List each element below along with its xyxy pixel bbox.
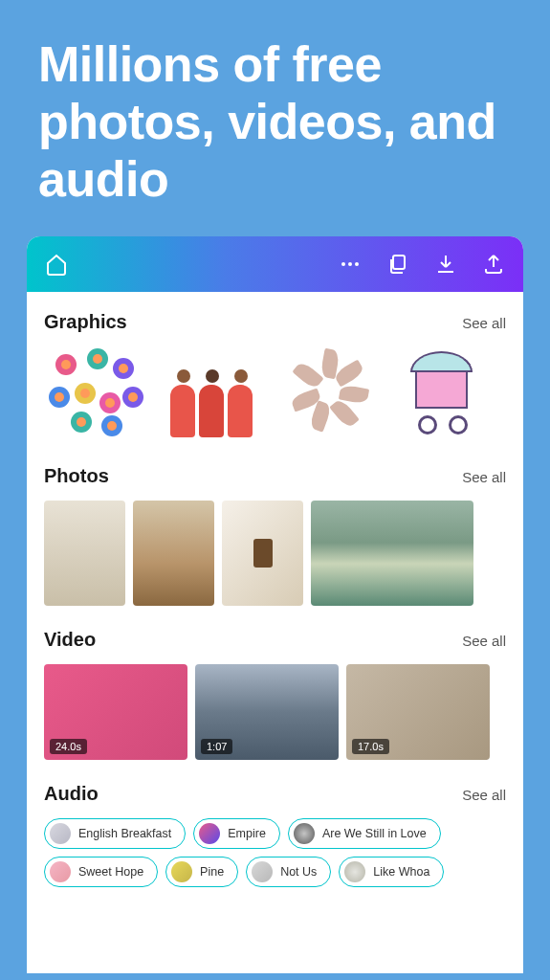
photo-thumb[interactable] [133,501,214,606]
download-icon[interactable] [433,252,458,277]
audio-chip[interactable]: English Breakfast [44,818,186,849]
toolbar [27,236,523,292]
audio-label: Not Us [280,865,317,879]
svg-point-0 [341,262,345,266]
audio-icon [171,861,192,882]
more-icon[interactable] [338,252,363,277]
graphic-leaves[interactable] [282,346,387,442]
share-icon[interactable] [481,252,506,277]
photo-thumb[interactable] [311,501,473,606]
audio-chip[interactable]: Are We Still in Love [288,818,441,849]
video-duration: 1:07 [201,739,232,754]
graphics-section: Graphics See all [44,311,506,442]
audio-label: Sweet Hope [78,865,143,879]
graphic-cart[interactable] [401,346,506,442]
audio-label: Empire [228,827,266,840]
audio-label: Pine [200,865,224,879]
home-icon[interactable] [44,252,69,277]
audio-chip[interactable]: Not Us [246,857,331,887]
video-see-all[interactable]: See all [462,633,506,649]
graphics-see-all[interactable]: See all [462,315,506,331]
photos-section: Photos See all [44,465,506,606]
layers-icon[interactable] [385,252,410,277]
video-section: Video See all 24.0s 1:07 17.0s [44,629,506,760]
audio-label: Are We Still in Love [322,827,427,840]
audio-title: Audio [44,783,99,805]
photos-see-all[interactable]: See all [462,469,506,485]
video-title: Video [44,629,96,651]
video-thumb[interactable]: 24.0s [44,664,187,760]
audio-icon [50,861,71,882]
video-thumb[interactable]: 17.0s [346,664,490,760]
photo-thumb[interactable] [44,501,125,606]
svg-point-1 [348,262,352,266]
content-area: Graphics See all [27,292,523,887]
svg-point-2 [355,262,359,266]
audio-icon [252,861,273,882]
graphics-title: Graphics [44,311,127,333]
audio-icon [344,861,365,882]
photo-thumb[interactable] [222,501,303,606]
app-card: Graphics See all [27,236,523,973]
audio-see-all[interactable]: See all [462,787,506,803]
svg-rect-3 [393,256,405,269]
photos-title: Photos [44,465,109,487]
audio-chip[interactable]: Like Whoa [339,857,444,887]
audio-section: Audio See all English Breakfast Empire A… [44,783,506,887]
graphic-flowers[interactable] [44,346,149,442]
video-thumb[interactable]: 1:07 [195,664,339,760]
video-duration: 24.0s [50,739,87,754]
hero-headline: Millions of free photos, videos, and aud… [0,0,550,236]
audio-icon [50,823,71,844]
audio-label: English Breakfast [78,827,171,840]
audio-chip[interactable]: Sweet Hope [44,857,158,887]
audio-icon [294,823,315,844]
video-duration: 17.0s [352,739,389,754]
audio-chip[interactable]: Empire [193,818,280,849]
graphic-people[interactable] [163,346,268,442]
audio-chip[interactable]: Pine [165,857,238,887]
audio-label: Like Whoa [373,865,429,879]
audio-icon [199,823,220,844]
